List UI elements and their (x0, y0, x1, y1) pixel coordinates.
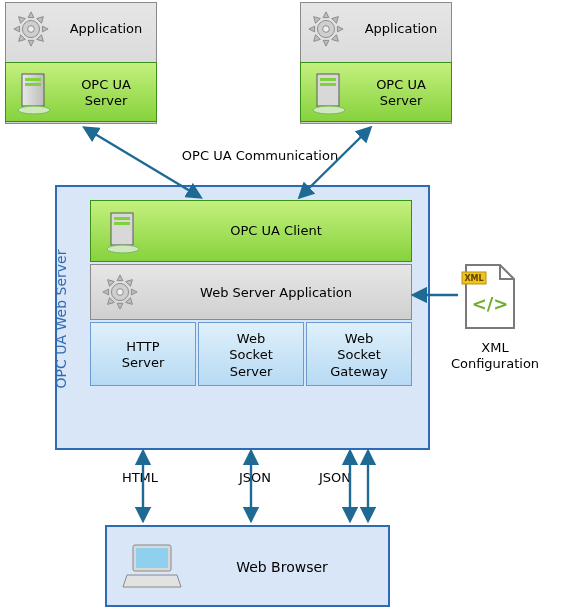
arrow-server1-client (85, 128, 200, 197)
arrows-layer (0, 0, 562, 612)
arrow-server2-client (300, 128, 370, 197)
